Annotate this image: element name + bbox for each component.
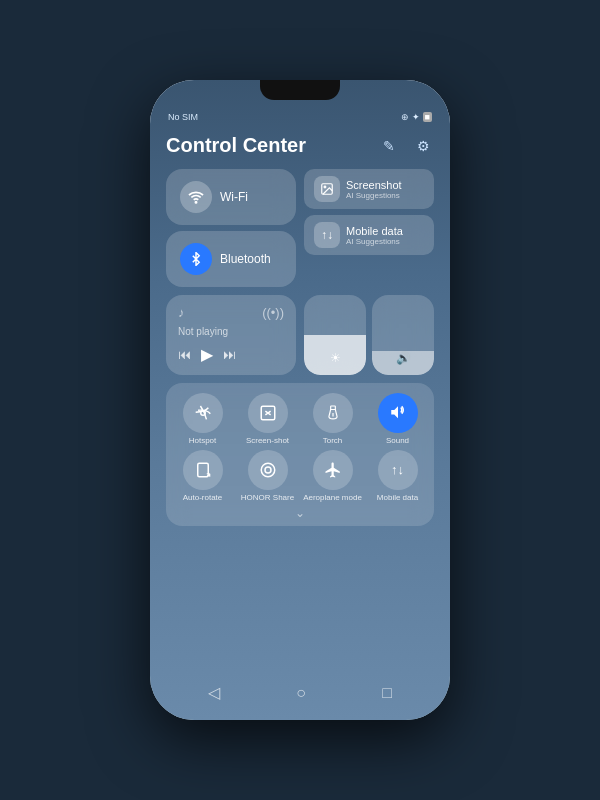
next-button[interactable]: ⏭ — [223, 347, 236, 362]
screenshot-sublabel: AI Suggestions — [346, 191, 402, 200]
status-icons: ⊕ ✦ ■ — [401, 112, 432, 122]
wifi-tile[interactable]: Wi-Fi — [166, 169, 296, 225]
sound-wave-icon: ((•)) — [262, 305, 284, 320]
top-tiles-grid: Wi-Fi Bluetooth — [166, 169, 434, 287]
screenshot-toggle-label: Screen-shot — [246, 436, 289, 446]
hotspot-tile[interactable]: Hotspot — [172, 393, 233, 446]
header-icons: ✎ ⚙ — [378, 135, 434, 157]
torch-icon — [313, 393, 353, 433]
bluetooth-label: Bluetooth — [220, 252, 271, 266]
screenshot-tile[interactable]: Screenshot AI Suggestions — [304, 169, 434, 209]
page-title: Control Center — [166, 134, 306, 157]
control-center-body: Control Center ✎ ⚙ — [150, 126, 450, 673]
home-button[interactable]: ○ — [296, 684, 306, 702]
screenshot-label: Screenshot — [346, 179, 402, 191]
sound-tile[interactable]: Sound — [367, 393, 428, 446]
cc-header: Control Center ✎ ⚙ — [166, 134, 434, 157]
prev-button[interactable]: ⏮ — [178, 347, 191, 362]
expand-chevron[interactable]: ⌄ — [172, 506, 428, 520]
svg-rect-7 — [197, 463, 208, 477]
sound-icon — [378, 393, 418, 433]
music-note-icon: ♪ — [178, 305, 185, 320]
not-playing-label: Not playing — [178, 326, 284, 337]
autorotate-tile[interactable]: Auto-rotate — [172, 450, 233, 503]
bottom-tiles-row2: Auto-rotate HONOR Share — [172, 450, 428, 503]
bottom-tiles-container: Hotspot Screen-shot — [166, 383, 434, 526]
mobiledata-label: Mobile data — [346, 225, 403, 237]
mobiledata-bottom-tile[interactable]: ↑↓ Mobile data — [367, 450, 428, 503]
mobile-data-tile[interactable]: ↑↓ Mobile data AI Suggestions — [304, 215, 434, 255]
recent-button[interactable]: □ — [382, 684, 392, 702]
torch-label: Torch — [323, 436, 343, 446]
status-icons-text: ⊕ ✦ — [401, 112, 420, 122]
nav-bar: ◁ ○ □ — [150, 673, 450, 720]
volume-slider[interactable]: 🔊 — [372, 295, 434, 375]
mobiledata-bottom-icon: ↑↓ — [378, 450, 418, 490]
bottom-tiles-row1: Hotspot Screen-shot — [172, 393, 428, 446]
sliders-container: ☀ 🔊 — [304, 295, 434, 375]
aeroplane-tile[interactable]: Aeroplane mode — [302, 450, 363, 503]
back-button[interactable]: ◁ — [208, 683, 220, 702]
honorshare-icon — [248, 450, 288, 490]
hotspot-icon — [183, 393, 223, 433]
settings-icon[interactable]: ⚙ — [412, 135, 434, 157]
mobiledata-sublabel: AI Suggestions — [346, 237, 403, 246]
screenshot-toggle-icon — [248, 393, 288, 433]
brightness-icon: ☀ — [330, 351, 341, 365]
no-sim-label: No SIM — [168, 112, 198, 122]
wifi-label: Wi-Fi — [220, 190, 248, 204]
battery-icon: ■ — [423, 112, 432, 122]
bluetooth-icon — [180, 243, 212, 275]
autorotate-label: Auto-rotate — [183, 493, 223, 503]
phone-frame: No SIM ⊕ ✦ ■ Control Center ✎ ⚙ — [150, 80, 450, 720]
honorshare-label: HONOR Share — [241, 493, 294, 503]
edit-icon[interactable]: ✎ — [378, 135, 400, 157]
svg-point-8 — [261, 463, 275, 477]
play-button[interactable]: ▶ — [201, 345, 213, 364]
svg-point-0 — [195, 202, 196, 203]
mid-tiles-grid: ♪ ((•)) Not playing ⏮ ▶ ⏭ ☀ — [166, 295, 434, 375]
honorshare-tile[interactable]: HONOR Share — [237, 450, 298, 503]
sound-label: Sound — [386, 436, 409, 446]
brightness-slider[interactable]: ☀ — [304, 295, 366, 375]
wifi-icon — [180, 181, 212, 213]
screenshot-icon — [314, 176, 340, 202]
aeroplane-icon — [313, 450, 353, 490]
screen: No SIM ⊕ ✦ ■ Control Center ✎ ⚙ — [150, 80, 450, 720]
media-tile[interactable]: ♪ ((•)) Not playing ⏮ ▶ ⏭ — [166, 295, 296, 375]
hotspot-label: Hotspot — [189, 436, 217, 446]
aeroplane-label: Aeroplane mode — [303, 493, 362, 503]
svg-point-2 — [324, 186, 326, 188]
bluetooth-tile[interactable]: Bluetooth — [166, 231, 296, 287]
torch-tile[interactable]: Torch — [302, 393, 363, 446]
notch — [260, 80, 340, 100]
volume-icon: 🔊 — [396, 351, 411, 365]
mobiledata-icon: ↑↓ — [314, 222, 340, 248]
svg-point-9 — [265, 467, 271, 473]
mobiledata-bottom-label: Mobile data — [377, 493, 418, 503]
autorotate-icon — [183, 450, 223, 490]
screenshot-toggle-tile[interactable]: Screen-shot — [237, 393, 298, 446]
media-controls: ⏮ ▶ ⏭ — [178, 345, 284, 364]
